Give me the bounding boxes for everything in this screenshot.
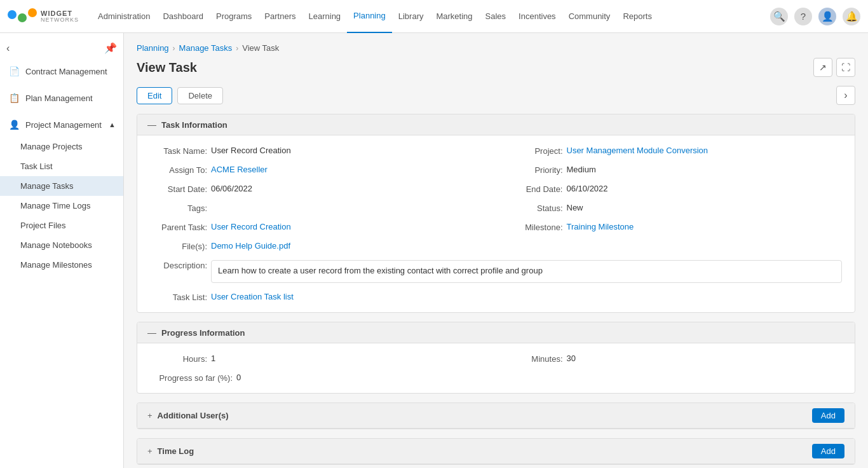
nav-programs[interactable]: Programs — [210, 0, 258, 33]
sidebar-item-manage-time-logs[interactable]: Manage Time Logs — [0, 196, 123, 216]
additional-users-header: + Additional User(s) Add — [137, 403, 855, 429]
nav-incentives[interactable]: Incentives — [512, 0, 562, 33]
progress-info-icon: — — [147, 327, 156, 338]
breadcrumb-sep-2: › — [236, 44, 238, 53]
sidebar-item-project-files[interactable]: Project Files — [0, 216, 123, 235]
status-field: Status: New — [506, 203, 843, 213]
sidebar-pin-button[interactable]: 📌 — [104, 42, 117, 54]
avatar[interactable]: 👤 — [818, 8, 836, 25]
breadcrumb-planning[interactable]: Planning — [137, 43, 169, 53]
sidebar-section-project: 👤 Project Management ▲ Manage Projects T… — [0, 113, 123, 275]
action-buttons: Edit Delete — [137, 87, 223, 104]
main-content: Planning › Manage Tasks › View Task View… — [124, 33, 868, 468]
nav-library[interactable]: Library — [392, 0, 430, 33]
minutes-value: 30 — [567, 354, 576, 363]
bell-icon[interactable]: 🔔 — [843, 8, 860, 25]
sidebar-project-management-header[interactable]: 👤 Project Management ▲ — [0, 113, 123, 137]
time-log-expand-icon: + — [147, 446, 153, 456]
sidebar-item-plan-label: Plan Management — [25, 93, 93, 103]
tags-label: Tags: — [150, 203, 207, 213]
sidebar-item-manage-projects[interactable]: Manage Projects — [0, 137, 123, 156]
breadcrumb: Planning › Manage Tasks › View Task — [137, 43, 855, 53]
nav-partners[interactable]: Partners — [258, 0, 302, 33]
assign-to-value[interactable]: ACME Reseller — [211, 165, 268, 174]
sidebar-item-plan-management[interactable]: 📋 Plan Management — [0, 86, 123, 110]
minutes-field: Minutes: 30 — [506, 354, 843, 364]
nav-learning[interactable]: Learning — [302, 0, 348, 33]
project-value[interactable]: User Management Module Conversion — [567, 146, 709, 155]
end-date-field: End Date: 06/10/2022 — [506, 184, 843, 194]
progress-value: 0 — [236, 373, 241, 382]
sidebar-project-label: Project Management — [25, 120, 102, 130]
parent-task-value[interactable]: User Record Creation — [211, 222, 291, 231]
tags-field: Tags: — [150, 203, 487, 213]
project-field: Project: User Management Module Conversi… — [506, 146, 843, 156]
nav-links: Administration Dashboard Programs Partne… — [92, 0, 770, 33]
delete-button[interactable]: Delete — [177, 87, 223, 104]
sidebar-item-manage-notebooks[interactable]: Manage Notebooks — [0, 235, 123, 255]
top-nav: WIDGET NETWORKS Administration Dashboard… — [0, 0, 868, 33]
nav-reports[interactable]: Reports — [616, 0, 658, 33]
progress-info-card: — Progress Information Hours: 1 Minutes:… — [137, 322, 855, 394]
description-label: Description: — [150, 260, 207, 270]
nav-administration[interactable]: Administration — [92, 0, 156, 33]
time-log-add-button[interactable]: Add — [812, 444, 844, 458]
action-bar: Edit Delete › — [137, 86, 855, 105]
time-log-header: + Time Log Add — [137, 439, 855, 464]
logo-text-line1: WIDGET — [41, 10, 79, 17]
logo: WIDGET NETWORKS — [8, 10, 79, 24]
time-log-header-left: + Time Log — [147, 446, 194, 456]
next-record-button[interactable]: › — [836, 86, 855, 105]
assign-to-field: Assign To: ACME Reseller — [150, 165, 487, 175]
header-actions: ↗ ⛶ — [813, 58, 855, 77]
task-info-card-header: — Task Information — [137, 114, 855, 135]
logo-circles — [8, 10, 37, 22]
time-log-title: Time Log — [158, 446, 194, 456]
priority-label: Priority: — [506, 165, 563, 175]
additional-users-add-button[interactable]: Add — [812, 408, 844, 423]
additional-users-header-left: + Additional User(s) — [147, 411, 229, 420]
expand-button[interactable]: ⛶ — [836, 58, 855, 77]
milestone-value[interactable]: Training Milestone — [567, 222, 634, 231]
sidebar-item-manage-tasks[interactable]: Manage Tasks — [0, 176, 123, 196]
description-value: Learn how to create a user record from t… — [211, 260, 842, 283]
nav-planning[interactable]: Planning — [347, 0, 392, 33]
task-name-value: User Record Creation — [211, 146, 291, 155]
edit-button[interactable]: Edit — [137, 87, 172, 104]
start-date-label: Start Date: — [150, 184, 207, 194]
sidebar-item-contract-label: Contract Management — [25, 67, 107, 76]
parent-task-label: Parent Task: — [150, 222, 207, 232]
files-value[interactable]: Demo Help Guide.pdf — [211, 241, 290, 251]
sidebar-project-subitems: Manage Projects Task List Manage Tasks M… — [0, 137, 123, 275]
task-info-form-grid: Task Name: User Record Creation Project:… — [150, 146, 842, 302]
search-icon[interactable]: 🔍 — [770, 8, 788, 25]
task-list-label: Task List: — [150, 292, 207, 302]
sidebar-item-task-list[interactable]: Task List — [0, 156, 123, 176]
page-title: View Task — [137, 60, 197, 75]
sidebar-item-contract-management[interactable]: 📄 Contract Management — [0, 59, 123, 83]
additional-users-expand-icon: + — [147, 411, 153, 420]
hours-field: Hours: 1 — [150, 354, 487, 364]
sidebar-back-button[interactable]: ‹ — [6, 43, 10, 54]
start-date-value: 06/06/2022 — [211, 184, 252, 193]
task-list-value[interactable]: User Creation Task list — [211, 292, 294, 301]
help-icon[interactable]: ? — [794, 8, 812, 25]
project-label: Project: — [506, 146, 563, 156]
nav-dashboard[interactable]: Dashboard — [156, 0, 210, 33]
left-sidebar: ‹ 📌 📄 Contract Management 📋 Plan Managem… — [0, 33, 124, 468]
nav-sales[interactable]: Sales — [479, 0, 513, 33]
breadcrumb-manage-tasks[interactable]: Manage Tasks — [179, 43, 233, 53]
description-field: Description: Learn how to create a user … — [150, 260, 842, 283]
additional-users-card: + Additional User(s) Add — [137, 403, 855, 429]
priority-field: Priority: Medium — [506, 165, 843, 175]
sidebar-item-manage-milestones[interactable]: Manage Milestones — [0, 255, 123, 275]
external-link-button[interactable]: ↗ — [813, 58, 832, 77]
priority-value: Medium — [567, 165, 596, 174]
contract-icon: 📄 — [8, 65, 20, 78]
parent-task-field: Parent Task: User Record Creation — [150, 222, 487, 232]
assign-to-label: Assign To: — [150, 165, 207, 175]
additional-users-title: Additional User(s) — [158, 411, 229, 420]
nav-community[interactable]: Community — [562, 0, 617, 33]
time-log-card: + Time Log Add — [137, 438, 855, 465]
nav-marketing[interactable]: Marketing — [430, 0, 478, 33]
